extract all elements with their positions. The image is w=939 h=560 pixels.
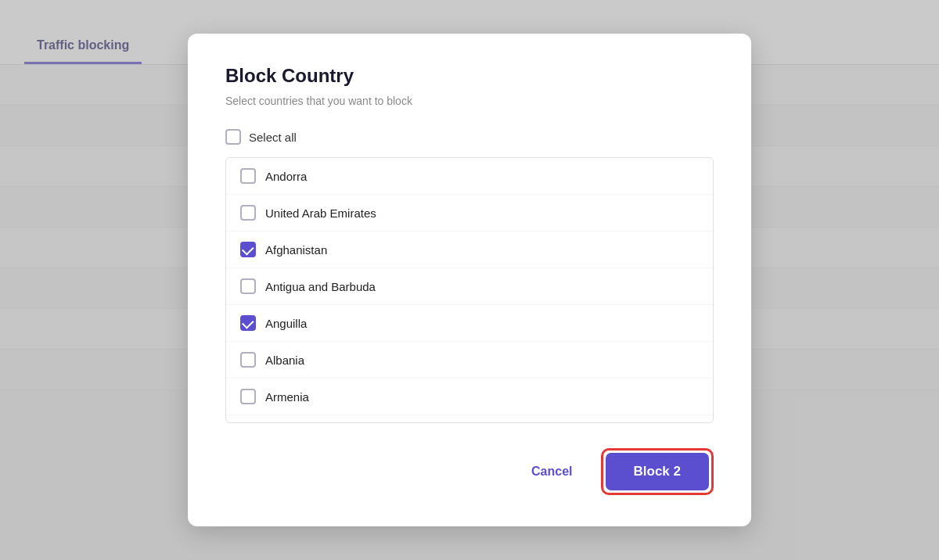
list-item[interactable]: Armenia [226,379,713,415]
list-item[interactable]: Angola [226,415,713,423]
country-list[interactable]: Andorra United Arab Emirates Afghanistan… [225,157,714,423]
country-checkbox-antigua[interactable] [240,278,256,294]
country-checkbox-anguilla[interactable] [240,315,256,331]
list-item[interactable]: Anguilla [226,305,713,342]
country-name: Antigua and Barbuda [265,280,376,293]
block-button[interactable]: Block 2 [606,453,709,490]
block-button-wrapper: Block 2 [601,448,714,495]
country-name: Armenia [265,390,309,404]
list-item[interactable]: Andorra [226,158,713,195]
block-country-modal: Block Country Select countries that you … [188,34,751,526]
cancel-button[interactable]: Cancel [519,457,585,486]
country-checkbox-albania[interactable] [240,352,256,368]
country-name: Afghanistan [265,243,327,257]
list-item[interactable]: Antigua and Barbuda [226,268,713,305]
country-name: Anguilla [265,317,307,330]
list-item[interactable]: Albania [226,342,713,379]
list-item[interactable]: United Arab Emirates [226,195,713,232]
list-item[interactable]: Afghanistan [226,232,713,268]
page-background: Traffic blocking Block Country Select co… [0,0,939,560]
modal-title: Block Country [225,65,714,87]
country-name: Albania [265,354,304,367]
country-checkbox-armenia[interactable] [240,389,256,404]
country-checkbox-andorra[interactable] [240,168,256,184]
modal-overlay: Block Country Select countries that you … [0,0,939,560]
country-checkbox-afghanistan[interactable] [240,242,256,257]
country-checkbox-uae[interactable] [240,205,256,221]
modal-footer: Cancel Block 2 [225,448,714,495]
country-name: Andorra [265,170,307,183]
select-all-checkbox[interactable] [225,129,241,145]
country-name: United Arab Emirates [265,206,376,220]
modal-subtitle: Select countries that you want to block [225,95,714,107]
select-all-row[interactable]: Select all [225,129,714,145]
select-all-label: Select all [249,131,297,144]
